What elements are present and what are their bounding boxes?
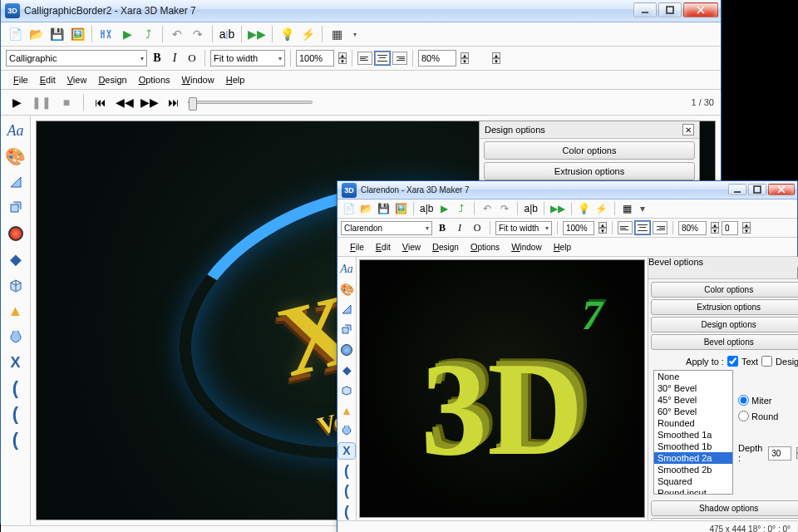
- last-frame-button[interactable]: ⏭: [165, 93, 183, 111]
- fit-selector[interactable]: ▾: [210, 50, 285, 66]
- vase-tool[interactable]: [337, 421, 356, 439]
- list-item[interactable]: Smoothed 1a: [654, 429, 732, 441]
- zoom-stepper[interactable]: ▲▼: [338, 52, 347, 64]
- dropdown-arrow-icon[interactable]: ▾: [346, 25, 364, 43]
- light-button[interactable]: 💡: [577, 201, 592, 216]
- bolt-button[interactable]: ⚡: [298, 25, 317, 43]
- movie-button[interactable]: ▶▶: [549, 201, 566, 216]
- swatch-button[interactable]: ▦: [328, 25, 346, 43]
- aspect-field[interactable]: [418, 50, 456, 66]
- font-selector[interactable]: ▾: [6, 50, 147, 66]
- animation-button[interactable]: ▶: [436, 201, 451, 216]
- vase-tool[interactable]: [4, 325, 27, 348]
- italic-button[interactable]: I: [167, 49, 182, 67]
- bold-button[interactable]: B: [435, 220, 450, 235]
- bevel-tool[interactable]: [4, 170, 27, 194]
- list-item[interactable]: Smoothed 2b: [654, 464, 732, 475]
- bevel-options-button[interactable]: Bevel options: [651, 334, 798, 350]
- aspect-stepper[interactable]: ▲▼: [711, 222, 719, 234]
- italic-button[interactable]: I: [452, 220, 467, 235]
- arc-tool-1[interactable]: (: [4, 377, 27, 400]
- export-button[interactable]: ⤴: [139, 25, 157, 43]
- menu-options[interactable]: Options: [133, 73, 176, 86]
- record-tool[interactable]: [337, 341, 356, 358]
- maximize-button[interactable]: [748, 184, 766, 195]
- round-radio[interactable]: Round: [738, 411, 798, 421]
- zoom-stepper[interactable]: ▲▼: [598, 222, 607, 234]
- apply-design-checkbox[interactable]: [761, 356, 772, 367]
- design-options-panel[interactable]: Design options ✕ Color options Extrusion…: [479, 121, 700, 184]
- extra-field[interactable]: [722, 221, 738, 235]
- maximize-button[interactable]: [658, 2, 682, 17]
- menu-design[interactable]: Design: [426, 240, 465, 254]
- extrude-tool[interactable]: [337, 321, 356, 338]
- align-right-button[interactable]: [392, 52, 407, 65]
- cube-tool[interactable]: [337, 382, 356, 399]
- menu-help[interactable]: Help: [548, 240, 577, 254]
- list-item[interactable]: 45° Bevel: [654, 394, 732, 406]
- palette-tool[interactable]: 🎨: [4, 145, 27, 168]
- list-item[interactable]: None: [654, 371, 732, 382]
- color-options-button[interactable]: Color options: [484, 141, 695, 160]
- align-center-button[interactable]: [635, 221, 650, 234]
- redo-button[interactable]: ↷: [189, 25, 207, 43]
- arc-tool-1[interactable]: (: [337, 462, 356, 480]
- menu-edit[interactable]: Edit: [370, 240, 397, 254]
- text-tool[interactable]: Aa: [4, 119, 27, 142]
- x-tool[interactable]: X: [4, 351, 27, 374]
- prev-frame-button[interactable]: ◀◀: [115, 93, 135, 111]
- apply-text-checkbox[interactable]: [727, 356, 738, 367]
- extra-stepper[interactable]: ▲▼: [742, 222, 751, 234]
- bevel-tool[interactable]: [337, 301, 356, 318]
- play-button[interactable]: ▶: [7, 93, 26, 111]
- timeline-slider[interactable]: [188, 101, 313, 104]
- save-button[interactable]: 💾: [376, 201, 391, 216]
- menu-window[interactable]: Window: [505, 240, 548, 254]
- preview-canvas[interactable]: 3D 7: [359, 259, 645, 518]
- abc-button[interactable]: a|b: [218, 25, 236, 43]
- animation-button[interactable]: ▶: [118, 25, 136, 43]
- menu-edit[interactable]: Edit: [34, 73, 62, 86]
- shadow-options-button[interactable]: Shadow options: [651, 500, 798, 516]
- record-tool[interactable]: [4, 222, 27, 245]
- arc-tool-2[interactable]: (: [4, 402, 27, 426]
- close-button[interactable]: [768, 184, 795, 195]
- extrusion-options-button[interactable]: Extrusion options: [484, 162, 695, 180]
- movie-button[interactable]: ▶▶: [247, 25, 267, 43]
- menu-view[interactable]: View: [62, 73, 93, 86]
- outline-button[interactable]: O: [470, 220, 485, 235]
- save-button[interactable]: 💾: [47, 25, 66, 43]
- dropdown-arrow-icon[interactable]: ▾: [140, 55, 144, 62]
- menu-help[interactable]: Help: [220, 73, 251, 86]
- next-frame-button[interactable]: ▶▶: [140, 93, 160, 111]
- dropdown-arrow-icon[interactable]: ▾: [635, 201, 650, 216]
- open-button[interactable]: 📂: [358, 201, 373, 216]
- arc-tool-2[interactable]: (: [337, 482, 356, 500]
- diamond-tool[interactable]: ◆: [337, 361, 356, 378]
- menu-file[interactable]: File: [344, 240, 370, 254]
- diamond-tool[interactable]: ◆: [4, 248, 27, 271]
- menu-options[interactable]: Options: [465, 240, 505, 254]
- close-button[interactable]: [683, 2, 718, 17]
- depth-field[interactable]: [768, 446, 791, 461]
- bold-button[interactable]: B: [150, 49, 165, 67]
- triangle-tool[interactable]: ▲: [4, 299, 27, 323]
- bevel-listbox[interactable]: None30° Bevel45° Bevel60° BevelRoundedSm…: [653, 370, 733, 495]
- pause-button[interactable]: ❚❚: [31, 93, 52, 111]
- x-tool[interactable]: X: [337, 442, 356, 460]
- zoom-field[interactable]: [296, 50, 334, 66]
- color-options-button[interactable]: Color options: [651, 282, 798, 298]
- menu-design[interactable]: Design: [92, 73, 132, 86]
- text-tool[interactable]: Aa: [337, 260, 356, 278]
- fit-selector[interactable]: ▾: [495, 221, 552, 235]
- new-button[interactable]: 📄: [6, 25, 24, 43]
- list-item[interactable]: Rounded: [654, 417, 732, 429]
- extrusion-options-button[interactable]: Extrusion options: [651, 299, 798, 315]
- align-center-button[interactable]: [375, 52, 390, 65]
- titlebar[interactable]: 3D Clarendon - Xara 3D Maker 7: [337, 181, 797, 200]
- aspect-field[interactable]: [678, 221, 707, 235]
- export-button[interactable]: ⤴: [454, 201, 469, 216]
- arc-tool-3[interactable]: (: [337, 503, 356, 520]
- outline-button[interactable]: O: [185, 49, 200, 67]
- minimize-button[interactable]: [728, 184, 746, 195]
